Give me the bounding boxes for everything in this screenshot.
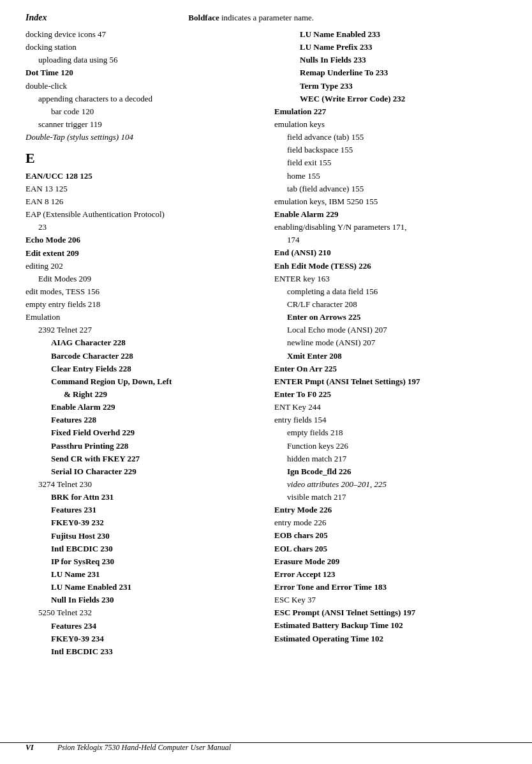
index-entry: ENT Key 244 [274, 401, 506, 414]
index-entry: FKEY0-39 234 [26, 633, 262, 645]
index-entry: ENTER key 163 [274, 273, 506, 285]
index-entry: FKEY0-39 232 [26, 516, 262, 529]
index-entry: docking device icons 47 [26, 28, 262, 41]
index-entry: Command Region Up, Down, Left [26, 375, 262, 388]
index-entry: EOB chars 205 [274, 529, 506, 542]
index-entry: End (ANSI) 210 [274, 246, 506, 259]
index-entry: appending characters to a decoded [26, 93, 262, 105]
index-entry: Enh Edit Mode (TESS) 226 [274, 260, 506, 273]
index-entry: 3274 Telnet 230 [26, 478, 262, 491]
index-entry: Fujitsu Host 230 [26, 530, 262, 543]
index-entry: Term Type 233 [274, 80, 506, 93]
index-entry: Enter To F0 225 [274, 388, 506, 401]
index-entry: Intl EBCDIC 230 [26, 543, 262, 555]
index-entry: video attributes 200–201, 225 [274, 478, 506, 491]
index-entry: completing a data field 156 [274, 285, 506, 298]
index-entry: Ign Bcode_fld 226 [274, 465, 506, 478]
index-entry: 5250 Telnet 232 [26, 606, 262, 619]
index-entry: Local Echo mode (ANSI) 207 [274, 324, 506, 336]
content-columns: docking device icons 47docking stationup… [26, 28, 506, 658]
left-column: docking device icons 47docking stationup… [26, 28, 262, 658]
index-entry: Barcode Character 228 [26, 350, 262, 363]
index-entry: BRK for Attn 231 [26, 491, 262, 504]
index-entry: emulation keys [274, 118, 506, 131]
right-column: LU Name Enabled 233LU Name Prefix 233Nul… [274, 28, 506, 658]
index-entry: LU Name Enabled 231 [26, 581, 262, 594]
index-label: Index [26, 13, 47, 23]
index-entry: AIAG Character 228 [26, 336, 262, 349]
index-entry: 2392 Telnet 227 [26, 324, 262, 336]
index-entry: field advance (tab) 155 [274, 131, 506, 144]
boldface-suffix: indicates a parameter name. [219, 13, 314, 22]
index-entry: entry fields 154 [274, 414, 506, 426]
index-entry: LU Name Prefix 233 [274, 41, 506, 54]
index-entry: EAP (Extensible Authentication Protocol) [26, 208, 262, 221]
index-entry: scanner trigger 119 [26, 118, 262, 131]
header-boldface: Boldface indicates a parameter name. [47, 13, 455, 23]
index-entry: Serial IO Character 229 [26, 465, 262, 478]
index-entry: Error Tone and Error Time 183 [274, 581, 506, 594]
index-entry: Function keys 226 [274, 440, 506, 453]
index-entry: editing 202 [26, 260, 262, 273]
footer-title: Psion Teklogix 7530 Hand-Held Computer U… [57, 743, 231, 753]
index-entry: Estimated Battery Backup Time 102 [274, 619, 506, 632]
index-entry: Features 231 [26, 504, 262, 516]
page: Index Boldface indicates a parameter nam… [0, 0, 532, 684]
index-entry: WEC (Write Error Code) 232 [274, 93, 506, 105]
index-entry: Double-Tap (stylus settings) 104 [26, 131, 262, 144]
index-entry: entry mode 226 [274, 516, 506, 529]
index-entry: Features 228 [26, 414, 262, 426]
index-entry: Estimated Operating Time 102 [274, 633, 506, 645]
index-entry: Remap Underline To 233 [274, 66, 506, 79]
boldface-word: Boldface [188, 13, 219, 22]
index-entry: empty entry fields 218 [26, 298, 262, 311]
index-entry: Edit Modes 209 [26, 273, 262, 285]
index-entry: Send CR with FKEY 227 [26, 453, 262, 465]
index-entry: newline mode (ANSI) 207 [274, 336, 506, 349]
index-entry: LU Name 231 [26, 568, 262, 581]
index-entry: visible match 217 [274, 491, 506, 504]
index-entry: field exit 155 [274, 156, 506, 169]
index-entry: docking station [26, 41, 262, 54]
index-entry: Passthru Printing 228 [26, 440, 262, 453]
index-entry: Clear Entry Fields 228 [26, 363, 262, 375]
index-entry: 174 [274, 234, 506, 246]
index-entry: 23 [26, 221, 262, 234]
index-entry: Null In Fields 230 [26, 594, 262, 606]
index-entry: Enable Alarm 229 [26, 401, 262, 414]
index-entry: EAN 8 126 [26, 195, 262, 208]
index-entry: Emulation [26, 311, 262, 324]
index-entry: double-click [26, 80, 262, 93]
index-entry: empty fields 218 [274, 426, 506, 439]
page-header: Index Boldface indicates a parameter nam… [26, 13, 506, 23]
index-entry: Emulation 227 [274, 105, 506, 118]
index-entry: enabling/disabling Y/N parameters 171, [274, 221, 506, 234]
index-entry: Xmit Enter 208 [274, 350, 506, 363]
index-entry: Nulls In Fields 233 [274, 54, 506, 66]
index-entry: EAN 13 125 [26, 183, 262, 195]
index-entry: ENTER Pmpt (ANSI Telnet Settings) 197 [274, 375, 506, 388]
index-entry: tab (field advance) 155 [274, 183, 506, 195]
index-entry: CR/LF character 208 [274, 298, 506, 311]
index-entry: Enable Alarm 229 [274, 208, 506, 221]
footer-page-num: VI [26, 743, 45, 753]
index-entry: IP for SysReq 230 [26, 555, 262, 568]
index-entry: emulation keys, IBM 5250 155 [274, 195, 506, 208]
index-entry: Fixed Field Overhd 229 [26, 426, 262, 439]
index-entry: bar code 120 [26, 105, 262, 118]
index-entry: Enter on Arrows 225 [274, 311, 506, 324]
index-entry: uploading data using 56 [26, 54, 262, 66]
index-entry: Enter On Arr 225 [274, 363, 506, 375]
page-footer: VI Psion Teklogix 7530 Hand-Held Compute… [0, 742, 532, 753]
index-entry: home 155 [274, 170, 506, 183]
index-entry: Features 234 [26, 620, 262, 633]
index-entry: EOL chars 205 [274, 543, 506, 555]
index-entry: hidden match 217 [274, 453, 506, 465]
index-entry: edit modes, TESS 156 [26, 285, 262, 298]
index-entry: Dot Time 120 [26, 66, 262, 79]
index-entry: EAN/UCC 128 125 [26, 170, 262, 183]
index-entry: field backspace 155 [274, 144, 506, 156]
index-entry: Error Accept 123 [274, 568, 506, 581]
index-entry: ESC Prompt (ANSI Telnet Settings) 197 [274, 606, 506, 619]
index-entry: Erasure Mode 209 [274, 555, 506, 568]
